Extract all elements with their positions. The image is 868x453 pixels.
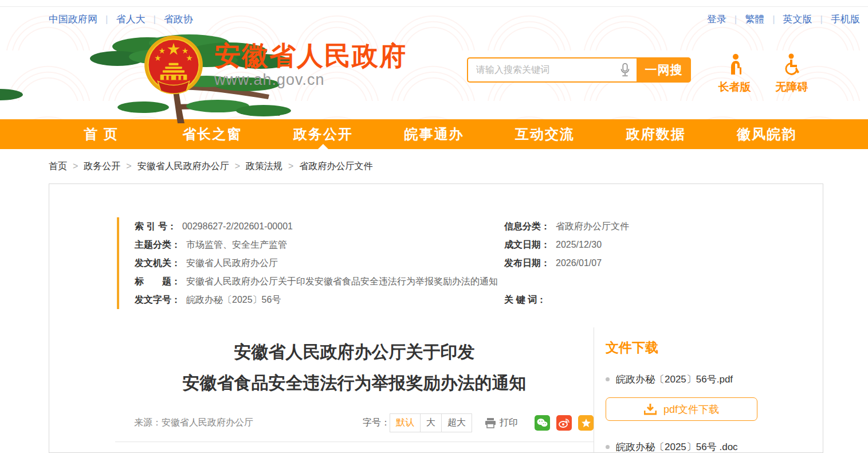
link-cppcc[interactable]: 省政协 xyxy=(164,13,193,26)
meta-label: 索 引 号： xyxy=(135,221,176,233)
nav-interaction[interactable]: 互动交流 xyxy=(489,119,600,149)
meta-label: 成文日期： xyxy=(504,239,550,251)
meta-row-keywords: 关 键 词： xyxy=(504,291,780,309)
breadcrumb-separator: > xyxy=(73,161,78,171)
meta-value: 安徽省人民政府办公厅 xyxy=(186,257,278,270)
meta-label: 主题分类： xyxy=(135,239,180,251)
site-title: 安徽省人民政府 xyxy=(214,41,407,70)
meta-label: 信息分类： xyxy=(504,221,550,233)
meta-value: 2025/12/30 xyxy=(556,240,602,250)
search-box[interactable] xyxy=(467,57,637,83)
share-buttons xyxy=(528,415,594,431)
weibo-share-icon[interactable] xyxy=(556,415,572,431)
login-link[interactable]: 登录 xyxy=(707,13,726,26)
meta-value: 00298627-2/202601-00001 xyxy=(182,221,293,232)
meta-value: 2026/01/07 xyxy=(556,258,602,268)
microphone-icon[interactable] xyxy=(619,63,631,77)
print-button[interactable]: 打印 xyxy=(485,417,518,429)
download-panel-heading: 文件下载 xyxy=(606,339,806,357)
breadcrumb-separator: > xyxy=(235,161,240,171)
meta-row-issuing-agency: 发文机关： 安徽省人民政府办公厅 xyxy=(135,254,504,272)
download-panel: 文件下载 皖政办秘〔2025〕56号.pdf pdf文件下载 皖政办秘〔2025… xyxy=(594,327,823,453)
article-title: 安徽省人民政府办公厅关于印发 安徽省食品安全违法行为举报奖励办法的通知 xyxy=(115,337,594,399)
meta-row-info-category: 信息分类： 省政府办公厅文件 xyxy=(504,217,780,236)
breadcrumb-office-documents[interactable]: 省政府办公厅文件 xyxy=(299,161,372,173)
breadcrumb-gov-affairs[interactable]: 政务公开 xyxy=(84,161,120,173)
meta-label: 发布日期： xyxy=(504,257,550,270)
breadcrumb-separator: > xyxy=(126,161,131,171)
printer-icon xyxy=(485,418,496,428)
national-emblem-logo xyxy=(143,34,204,95)
font-size-default-button[interactable]: 默认 xyxy=(390,413,421,432)
elder-version-button[interactable]: 长者版 xyxy=(712,53,757,95)
breadcrumb-policies[interactable]: 政策法规 xyxy=(246,161,282,173)
font-size-large-button[interactable]: 大 xyxy=(420,413,442,432)
pdf-download-label: pdf文件下载 xyxy=(663,403,719,416)
nav-governor-window[interactable]: 省长之窗 xyxy=(157,119,268,149)
document-metadata: 索 引 号： 00298627-2/202601-00001 主题分类： 市场监… xyxy=(117,217,780,309)
meta-value: 市场监管、安全生产监管 xyxy=(186,239,287,251)
elder-version-label: 长者版 xyxy=(712,80,757,95)
link-provincial-congress[interactable]: 省人大 xyxy=(116,13,145,26)
meta-row-spacer xyxy=(504,272,780,291)
site-search: 一网搜 xyxy=(467,57,691,83)
meta-label: 标 题： xyxy=(135,276,180,288)
pdf-download-button[interactable]: pdf文件下载 xyxy=(606,397,757,421)
meta-label: 发文机关： xyxy=(135,257,180,270)
nav-government-data[interactable]: 政府数据 xyxy=(600,119,712,149)
bullet-icon xyxy=(606,445,610,449)
link-china-gov[interactable]: 中国政府网 xyxy=(49,13,97,26)
search-input[interactable] xyxy=(476,65,619,75)
elder-person-icon xyxy=(724,53,745,75)
traditional-chinese-link[interactable]: 繁體 xyxy=(745,13,764,26)
download-icon xyxy=(644,404,657,415)
download-file-pdf-name: 皖政办秘〔2025〕56号.pdf xyxy=(616,373,733,386)
print-label: 打印 xyxy=(500,417,518,429)
nav-anhui-culture[interactable]: 徽风皖韵 xyxy=(711,119,822,149)
english-version-link[interactable]: 英文版 xyxy=(783,13,812,26)
top-border-line xyxy=(0,0,868,7)
font-size-xlarge-button[interactable]: 超大 xyxy=(441,413,472,432)
accessibility-button[interactable]: 无障碍 xyxy=(769,53,815,95)
article-source: 来源：安徽省人民政府办公厅 xyxy=(134,417,253,429)
bullet-icon xyxy=(606,377,610,381)
meta-row-publish-date: 发布日期： 2026/01/07 xyxy=(504,254,780,272)
article-area: 安徽省人民政府办公厅关于印发 安徽省食品安全违法行为举报奖励办法的通知 来源：安… xyxy=(49,327,823,453)
divider: | xyxy=(153,14,155,25)
site-url: www.ah.gov.cn xyxy=(214,71,407,89)
divider: | xyxy=(735,14,737,25)
download-file-pdf[interactable]: 皖政办秘〔2025〕56号.pdf xyxy=(606,373,806,386)
breadcrumb-general-office[interactable]: 安徽省人民政府办公厅 xyxy=(138,161,229,173)
meta-row-document-number: 发文字号： 皖政办秘〔2025〕56号 xyxy=(135,291,504,309)
breadcrumb: 首页 > 政务公开 > 安徽省人民政府办公厅 > 政策法规 > 省政府办公厅文件 xyxy=(0,149,868,183)
font-size-switcher: 默认 大 超大 xyxy=(390,413,472,432)
breadcrumb-home[interactable]: 首页 xyxy=(49,161,67,173)
font-size-label: 字号： xyxy=(363,417,390,429)
nav-government-affairs[interactable]: 政务公开 xyxy=(268,119,379,149)
meta-row-topic-category: 主题分类： 市场监管、安全生产监管 xyxy=(135,236,504,254)
nav-home[interactable]: 首 页 xyxy=(46,119,157,149)
meta-value: 省政府办公厅文件 xyxy=(556,221,629,233)
download-file-doc-name: 皖政办秘〔2025〕56号 .doc xyxy=(616,440,738,453)
wheelchair-accessibility-icon xyxy=(781,53,802,75)
meta-value: 皖政办秘〔2025〕56号 xyxy=(186,294,281,306)
mobile-version-link[interactable]: 手机版 xyxy=(831,13,860,26)
article-main: 安徽省人民政府办公厅关于印发 安徽省食品安全违法行为举报奖励办法的通知 来源：安… xyxy=(49,327,594,453)
download-file-doc[interactable]: 皖政办秘〔2025〕56号 .doc xyxy=(606,440,806,453)
article-divider xyxy=(115,442,594,442)
article-title-line1: 安徽省人民政府办公厅关于印发 xyxy=(115,337,594,368)
qzone-share-icon[interactable] xyxy=(578,415,594,431)
wechat-share-icon[interactable] xyxy=(535,415,550,431)
divider: | xyxy=(772,14,775,25)
nav-wan-services[interactable]: 皖事通办 xyxy=(379,119,490,149)
breadcrumb-separator: > xyxy=(288,161,293,171)
meta-value: 安徽省人民政府办公厅关于印发安徽省食品安全违法行为举报奖励办法的通知 xyxy=(186,276,498,288)
page-header-area: 中国政府网 | 省人大 | 省政协 登录 | 繁體 | 英文版 | 手机版 xyxy=(0,0,868,119)
site-brand[interactable]: 安徽省人民政府 www.ah.gov.cn xyxy=(143,34,407,95)
meta-label: 关 键 词： xyxy=(504,294,546,306)
site-header: 安徽省人民政府 www.ah.gov.cn 一网搜 xyxy=(0,32,868,119)
accessibility-label: 无障碍 xyxy=(769,80,815,95)
meta-label: 发文字号： xyxy=(135,294,180,306)
document-card: 索 引 号： 00298627-2/202601-00001 主题分类： 市场监… xyxy=(49,183,823,453)
search-button[interactable]: 一网搜 xyxy=(637,57,691,83)
